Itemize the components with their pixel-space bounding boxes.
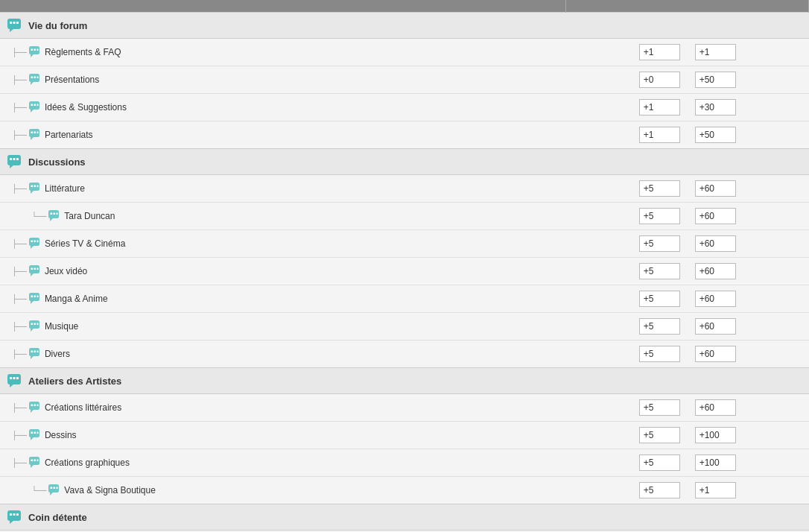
sub-icon bbox=[28, 128, 42, 142]
points-input-2[interactable] bbox=[695, 180, 736, 197]
tree-line: └── bbox=[12, 486, 46, 495]
category-points bbox=[566, 13, 809, 39]
points-input-1[interactable] bbox=[639, 44, 680, 60]
sub-label: Musique bbox=[45, 321, 78, 332]
sub-icon bbox=[28, 182, 42, 195]
svg-rect-23 bbox=[34, 132, 36, 134]
tree-line: ├── bbox=[12, 403, 27, 413]
svg-rect-29 bbox=[16, 158, 19, 160]
svg-rect-34 bbox=[37, 186, 38, 188]
points-input-2[interactable] bbox=[695, 263, 736, 279]
points-input-1[interactable] bbox=[639, 127, 680, 143]
points-input-2[interactable] bbox=[695, 72, 736, 88]
table-row: ├── Séries TV & Cinéma bbox=[0, 230, 809, 258]
points-input-2[interactable] bbox=[695, 455, 736, 471]
category-icon bbox=[6, 373, 22, 389]
table-row: ├── Jeux vidéo bbox=[0, 258, 809, 285]
svg-rect-32 bbox=[31, 186, 33, 188]
sub-icon bbox=[28, 456, 42, 469]
points-input-1[interactable] bbox=[639, 318, 680, 335]
sub-forum-cell: ├── Partenariats bbox=[0, 121, 566, 149]
points-input-2[interactable] bbox=[695, 399, 736, 416]
points-input-2[interactable] bbox=[695, 291, 736, 307]
points-input-2[interactable] bbox=[695, 318, 736, 335]
points-input-2[interactable] bbox=[695, 427, 736, 443]
table-row: └── Vava & Signa Boutique bbox=[0, 477, 809, 504]
svg-rect-47 bbox=[31, 268, 33, 270]
svg-rect-43 bbox=[34, 241, 36, 243]
points-cell bbox=[566, 121, 809, 149]
points-input-2[interactable] bbox=[695, 346, 736, 362]
table-row: ├── Littérature bbox=[0, 175, 809, 203]
points-input-1[interactable] bbox=[639, 291, 680, 307]
svg-marker-6 bbox=[31, 54, 34, 57]
points-input-1[interactable] bbox=[639, 399, 680, 416]
svg-marker-16 bbox=[31, 110, 34, 113]
category-row: Coin détente bbox=[0, 504, 809, 531]
sub-forum-cell: ├── Divers bbox=[0, 341, 566, 368]
points-input-1[interactable] bbox=[639, 263, 680, 279]
sub-forum-cell: ├── Séries TV & Cinéma bbox=[0, 230, 566, 258]
points-input-2[interactable] bbox=[695, 208, 736, 224]
category-points bbox=[566, 149, 809, 175]
points-cell bbox=[566, 341, 809, 368]
points-input-1[interactable] bbox=[639, 180, 680, 197]
sub-icon bbox=[28, 320, 42, 333]
points-input-1[interactable] bbox=[639, 208, 680, 224]
svg-marker-31 bbox=[31, 191, 34, 194]
points-input-1[interactable] bbox=[639, 455, 680, 471]
points-input-1[interactable] bbox=[639, 99, 680, 115]
tree-line: └── bbox=[12, 212, 46, 221]
points-cell bbox=[566, 422, 809, 449]
points-input-2[interactable] bbox=[695, 127, 736, 143]
svg-rect-4 bbox=[16, 22, 19, 24]
sub-icon bbox=[28, 45, 42, 59]
svg-rect-73 bbox=[34, 405, 36, 407]
category-label: Vie du forum bbox=[28, 20, 87, 31]
category-row: Vie du forum bbox=[0, 13, 809, 39]
sub-label: Séries TV & Cinéma bbox=[45, 238, 126, 249]
sub-forum-cell: ├── Créations littéraires bbox=[0, 394, 566, 422]
sub-forum-cell: ├── Règlements & FAQ bbox=[0, 39, 566, 66]
svg-rect-44 bbox=[37, 241, 38, 243]
svg-rect-17 bbox=[31, 104, 33, 107]
table-row: ├── Partenariats bbox=[0, 121, 809, 149]
points-input-1[interactable] bbox=[639, 235, 680, 252]
sub-forum-cell: ├── Manga & Anime bbox=[0, 285, 566, 313]
table-row: ├── Divers bbox=[0, 341, 809, 368]
points-cell bbox=[566, 394, 809, 422]
sub-forum-cell: ├── Jeux vidéo bbox=[0, 258, 566, 285]
svg-rect-87 bbox=[51, 487, 53, 490]
svg-rect-59 bbox=[37, 323, 38, 326]
points-input-2[interactable] bbox=[695, 235, 736, 252]
sub-forum-cell: └── Vava & Signa Boutique bbox=[0, 477, 566, 504]
svg-marker-56 bbox=[31, 329, 34, 332]
points-input-1[interactable] bbox=[639, 346, 680, 362]
svg-rect-58 bbox=[34, 323, 36, 326]
points-input-2[interactable] bbox=[695, 99, 736, 115]
svg-rect-14 bbox=[37, 77, 38, 79]
points-input-2[interactable] bbox=[695, 44, 736, 60]
points-cell bbox=[566, 94, 809, 121]
svg-rect-52 bbox=[31, 296, 33, 298]
points-input-1[interactable] bbox=[639, 427, 680, 443]
sub-icon bbox=[28, 101, 42, 114]
svg-rect-88 bbox=[54, 487, 56, 490]
points-input-1[interactable] bbox=[639, 482, 680, 498]
svg-rect-92 bbox=[10, 513, 12, 516]
sub-forum-cell: ├── Musique bbox=[0, 313, 566, 341]
points-input-2[interactable] bbox=[695, 482, 736, 498]
tree-line: ├── bbox=[12, 431, 27, 440]
category-row: Discussions bbox=[0, 149, 809, 175]
svg-rect-54 bbox=[37, 296, 38, 298]
svg-rect-7 bbox=[31, 49, 33, 51]
table-row: ├── Idées & Suggestions bbox=[0, 94, 809, 121]
svg-rect-93 bbox=[13, 513, 16, 516]
category-cell: Coin détente bbox=[0, 504, 566, 531]
svg-marker-11 bbox=[31, 82, 34, 85]
table-row: ├── Créations graphiques bbox=[0, 449, 809, 477]
svg-rect-77 bbox=[31, 432, 33, 434]
points-input-1[interactable] bbox=[639, 72, 680, 88]
table-row: ├── Musique bbox=[0, 313, 809, 341]
tree-line: ├── bbox=[12, 294, 27, 304]
